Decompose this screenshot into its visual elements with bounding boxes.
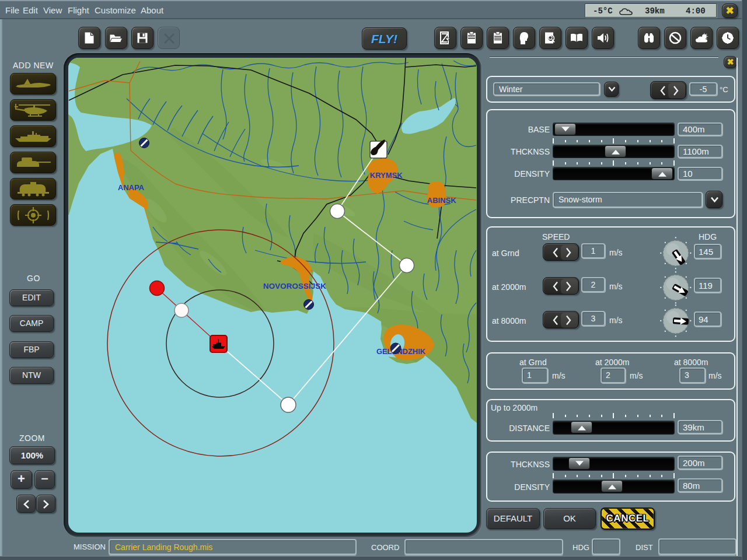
svg-text:KRYMSK: KRYMSK bbox=[370, 171, 403, 180]
svg-text:NOVOROSSIJSK: NOVOROSSIJSK bbox=[263, 282, 326, 290]
svg-text:ANAPA: ANAPA bbox=[118, 183, 145, 192]
svg-text:GELENDZHIK: GELENDZHIK bbox=[376, 347, 426, 356]
svg-text:ABINSK: ABINSK bbox=[427, 196, 456, 205]
